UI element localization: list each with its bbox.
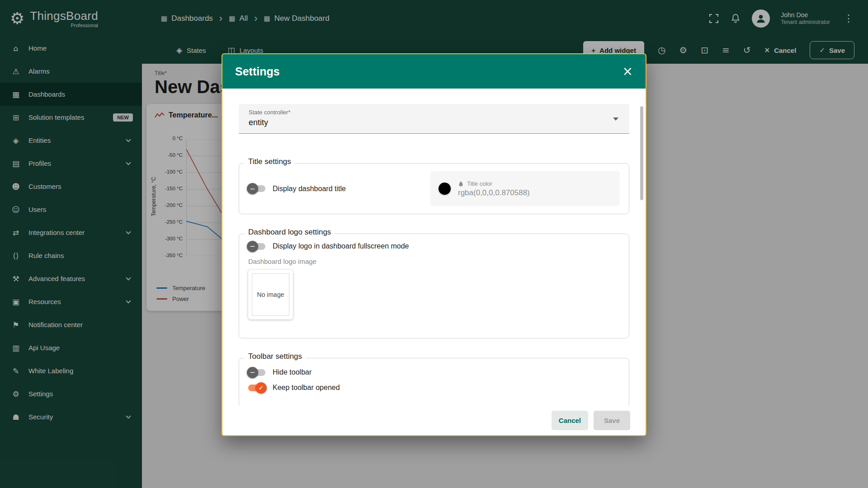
- color-swatch: [439, 183, 451, 195]
- title-color-icon: [458, 181, 464, 187]
- toolbar-settings-legend: Toolbar settings: [245, 352, 306, 361]
- toggle-off-icon: [248, 243, 265, 250]
- logo-image-label: Dashboard logo image: [248, 258, 620, 265]
- toggle-off-icon: [248, 185, 265, 192]
- title-settings-group: Title settings Display dashboard title T…: [239, 163, 629, 214]
- chevron-down-icon: [613, 117, 618, 121]
- state-controller-value: entity: [249, 118, 619, 127]
- title-settings-legend: Title settings: [245, 157, 295, 166]
- dialog-title: Settings: [235, 65, 623, 78]
- toggle-on-icon: [248, 385, 265, 391]
- logo-settings-group: Dashboard logo settings Display logo in …: [239, 234, 629, 338]
- no-image-placeholder: No image: [252, 273, 289, 316]
- title-color-value: rgba(0,0,0,0.870588): [458, 188, 530, 197]
- dialog-body: State controller* entity Title settings …: [222, 89, 646, 406]
- state-controller-label: State controller*: [249, 109, 619, 116]
- hide-toolbar-toggle[interactable]: Hide toolbar: [248, 368, 620, 376]
- dialog-footer: Cancel Save: [222, 406, 646, 435]
- dialog-header: Settings ×: [222, 54, 646, 89]
- toggle-off-icon: [248, 369, 265, 376]
- dialog-scrollbar[interactable]: [640, 106, 643, 200]
- dialog-save-button[interactable]: Save: [594, 411, 630, 430]
- dialog-cancel-button[interactable]: Cancel: [552, 411, 588, 430]
- keep-toolbar-opened-toggle[interactable]: Keep toolbar opened: [248, 384, 620, 392]
- title-color-picker[interactable]: Title color rgba(0,0,0,0.870588): [430, 171, 620, 206]
- toolbar-settings-group: Toolbar settings Hide toolbar Keep toolb…: [239, 358, 629, 406]
- logo-settings-legend: Dashboard logo settings: [245, 228, 335, 237]
- close-icon[interactable]: ×: [623, 65, 633, 78]
- settings-dialog: Settings × State controller* entity Titl…: [222, 53, 646, 436]
- display-logo-toggle[interactable]: Display logo in dashboard fullscreen mod…: [248, 242, 620, 250]
- state-controller-select[interactable]: State controller* entity: [239, 104, 629, 134]
- logo-image-upload[interactable]: No image: [248, 270, 293, 319]
- display-title-toggle[interactable]: Display dashboard title: [248, 185, 346, 193]
